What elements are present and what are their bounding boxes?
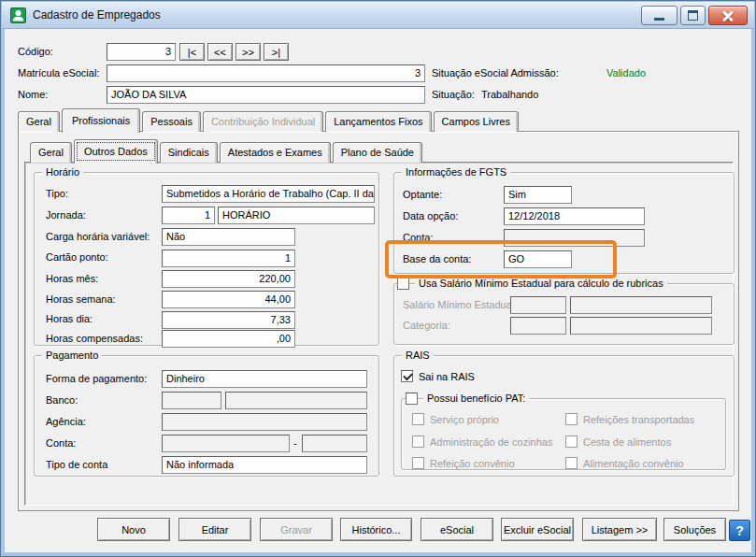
codigo-field[interactable]: 3 [107,43,176,61]
matricula-label: Matrícula eSocial: [18,67,99,79]
fgts-conta-field[interactable] [504,229,645,247]
help-button[interactable]: ? [729,520,750,541]
nav-last-button[interactable]: >| [264,43,289,61]
window-controls [641,6,748,25]
minimize-button[interactable] [641,6,678,25]
salario-minimo-desc-field[interactable] [570,296,712,314]
tipo-label: Tipo: [46,188,68,200]
nome-field[interactable]: JOÃO DA SILVA [107,86,425,104]
gravar-button: Gravar [260,518,333,541]
refeicao-convenio-checkbox [412,457,424,469]
nav-next-button[interactable]: >> [235,43,261,61]
esocial-button[interactable]: eSocial [421,518,493,541]
tipo-conta-field[interactable]: Não informada [162,456,367,474]
tab-contribuicao-individual: Contribuição Individual [203,111,323,132]
editar-button[interactable]: Editar [178,518,251,541]
salario-minimo-estadual-label: Salário Mínimo Estadual: [403,299,517,311]
data-opcao-field[interactable]: 12/12/2018 [504,207,645,225]
minimize-icon [654,18,664,21]
administracao-cozinhas-checkbox [412,436,424,448]
conta-label: Conta: [46,437,76,450]
tab-profissionais[interactable]: Profissionais [62,108,140,133]
refeicao-convenio-label: Refeição convênio [430,458,515,470]
secondary-tabstrip: Geral Outros Dados Sindicais Atestados e… [30,139,424,163]
agencia-label: Agência: [46,416,86,428]
cesta-alimentos-label: Cesta de alimentos [583,436,671,449]
agencia-field[interactable] [162,413,367,431]
forma-pagamento-label: Forma de pagamento: [46,373,147,385]
horario-group-title: Horário [42,166,83,179]
fgts-conta-label: Conta: [403,232,433,244]
servico-proprio-label: Serviço próprio [430,414,499,426]
excluir-esocial-button[interactable]: Excluir eSocial [501,518,574,541]
usa-salario-minimo-checkbox[interactable] [397,278,409,290]
horas-dia-field[interactable]: 7,33 [162,311,295,329]
listagem-button[interactable]: Listagem >> [582,518,657,541]
nome-label: Nome: [18,89,48,101]
refeicoes-transportadas-label: Refeições transportadas [583,414,694,426]
usa-salario-minimo-label[interactable]: Usa Salário Mínimo Estadual para cálculo… [415,278,667,290]
cartao-ponto-field[interactable]: 1 [162,250,295,267]
salario-minimo-code-field[interactable] [510,296,566,314]
sai-na-rais-label[interactable]: Sai na RAIS [419,371,475,383]
close-icon [722,10,734,21]
categoria-code-field[interactable] [510,317,566,335]
base-conta-label: Base da conta: [403,253,471,265]
tab-pessoais[interactable]: Pessoais [142,111,201,132]
horas-mes-field[interactable]: 220,00 [162,270,295,288]
primary-tabstrip: Geral Profissionais Pessoais Contribuiçã… [18,107,521,132]
horas-semana-label: Horas semana: [46,293,116,306]
employee-app-icon [10,7,26,23]
situacao-value: Trabalhando [481,89,538,101]
tab-plano-saude[interactable]: Plano de Saúde [333,142,422,163]
tab-atestados-exames[interactable]: Atestados e Exames [220,142,331,163]
banco-code-field[interactable] [162,392,221,409]
banco-name-field[interactable] [225,392,367,409]
alimentacao-convenio-label: Alimentação convênio [583,458,684,470]
servico-proprio-checkbox [412,413,424,425]
codigo-label: Código: [18,46,53,58]
tab-sindicais[interactable]: Sindicais [160,142,218,163]
situacao-label: Situação: [432,89,475,101]
forma-pagamento-field[interactable]: Dinheiro [162,370,367,388]
jornada-code-field[interactable]: 1 [162,207,215,224]
horas-dia-label: Horas dia: [46,313,93,325]
horas-compensadas-label: Horas compensadas: [46,333,143,345]
conta-digit-field[interactable] [302,435,367,452]
close-button[interactable] [708,6,748,25]
novo-button[interactable]: Novo [97,518,170,541]
nav-first-button[interactable]: |< [179,43,205,61]
window-title: Cadastro de Empregados [33,8,161,21]
jornada-desc-field[interactable]: HORÁRIO [218,207,375,224]
historico-button[interactable]: Histórico... [340,518,412,541]
base-conta-field[interactable]: GO [504,250,572,268]
tab-geral-2[interactable]: Geral [30,142,72,163]
optante-field[interactable]: Sim [504,186,572,204]
tab-campos-livres[interactable]: Campos Livres [434,111,519,132]
pagamento-group-title: Pagamento [42,350,102,362]
tab-geral[interactable]: Geral [18,111,60,132]
situacao-esocial-label: Situação eSocial Admissão: [432,67,559,79]
nav-prev-button[interactable]: << [207,43,233,61]
salario-minimo-group [393,283,735,345]
categoria-desc-field[interactable] [570,317,712,335]
matricula-field[interactable]: 3 [107,64,425,82]
categoria-label: Categoria: [403,320,450,332]
tab-outros-dados[interactable]: Outros Dados [74,139,158,164]
solucoes-button[interactable]: Soluções [663,518,726,541]
horas-semana-field[interactable]: 44,00 [162,291,295,308]
titlebar[interactable]: Cadastro de Empregados [2,2,754,29]
possui-pat-label[interactable]: Possui benefício PAT: [423,393,529,405]
tipo-conta-label: Tipo de conta [46,459,107,471]
tipo-field[interactable]: Submetidos a Horário de Trabalho (Cap. I… [162,185,375,203]
horas-mes-label: Horas mês: [46,273,98,285]
sai-na-rais-checkbox[interactable] [401,370,413,382]
tab-lancamentos-fixos[interactable]: Lançamentos Fixos [325,111,431,132]
carga-horaria-field[interactable]: Não [162,228,295,246]
horas-compensadas-field[interactable]: ,00 [162,330,295,348]
cartao-ponto-label: Cartão ponto: [46,251,108,264]
maximize-button[interactable] [680,6,706,25]
conta-number-field[interactable] [162,435,290,452]
fgts-group-title: Informações de FGTS [402,166,510,179]
possui-pat-checkbox[interactable] [406,393,418,405]
